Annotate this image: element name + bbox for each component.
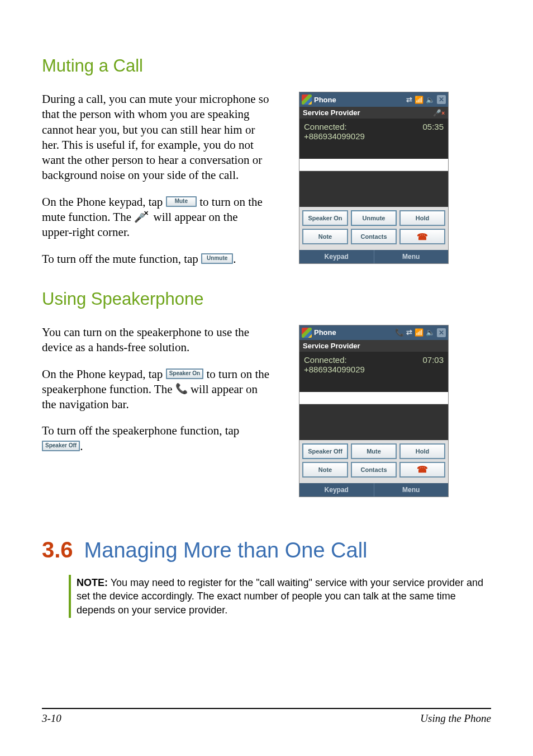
- text: .: [233, 252, 236, 266]
- inline-speaker-on-button: Speaker On: [166, 368, 204, 379]
- close-icon[interactable]: ✕: [437, 328, 446, 337]
- mute-icon: 🎤✕: [134, 211, 150, 224]
- inline-speaker-off-button: Speaker Off: [42, 441, 80, 451]
- inline-unmute-button: Unmute: [201, 253, 233, 264]
- contacts-button[interactable]: Contacts: [351, 462, 397, 478]
- start-icon[interactable]: [302, 94, 312, 105]
- close-icon[interactable]: ✕: [437, 95, 446, 104]
- provider-bar: Service Provider 🎤×: [299, 107, 448, 119]
- text: To turn off the mute function, tap: [42, 252, 201, 266]
- provider-label: Service Provider: [303, 108, 360, 117]
- keypad-softkey[interactable]: Keypad: [299, 483, 374, 497]
- speaker-paragraph-3: To turn off the speakerphone function, t…: [42, 423, 271, 454]
- signal-icon: 📶: [415, 328, 423, 337]
- end-call-button[interactable]: ☎: [399, 229, 445, 244]
- mute-badge-icon: 🎤×: [433, 109, 445, 117]
- start-icon[interactable]: [302, 328, 312, 338]
- spacer: [299, 404, 448, 440]
- note-button[interactable]: Note: [302, 462, 348, 478]
- call-info: Connected: +886934099029 05:35: [299, 119, 448, 159]
- muting-paragraph-1: During a call, you can mute your microph…: [42, 92, 271, 183]
- text: On the Phone keypad, tap: [42, 195, 166, 209]
- call-info: Connected: +886934099029 07:03: [299, 352, 448, 392]
- unmute-button[interactable]: Unmute: [351, 210, 397, 226]
- app-title: Phone: [314, 96, 336, 104]
- phone-mock-speaker: Phone 📞 ⇄ 📶 🔈 ✕ Service Provider Connect…: [299, 325, 449, 497]
- bottombar: Keypad Menu: [299, 483, 448, 497]
- hold-button[interactable]: Hold: [399, 443, 445, 459]
- signal-icon: 📶: [415, 96, 423, 104]
- connectivity-icon: ⇄: [406, 328, 412, 337]
- text: To turn off the speakerphone function, t…: [42, 424, 239, 437]
- end-call-button[interactable]: ☎: [399, 462, 445, 478]
- bottombar: Keypad Menu: [299, 250, 448, 263]
- provider-bar: Service Provider: [299, 340, 448, 352]
- chapter-heading: 3.6Managing More than One Call: [42, 537, 491, 563]
- page-number: 3-10: [42, 712, 61, 725]
- end-call-icon: ☎: [417, 464, 428, 475]
- mute-button[interactable]: Mute: [351, 443, 397, 459]
- inline-mute-button: Mute: [166, 196, 197, 207]
- call-duration: 07:03: [422, 355, 444, 365]
- speakerphone-status-icon: 📞: [395, 328, 404, 337]
- note-label: NOTE:: [77, 577, 108, 588]
- provider-label: Service Provider: [303, 342, 360, 350]
- speaker-paragraph-1: You can turn on the speakerphone to use …: [42, 325, 271, 356]
- phone-mock-mute: Phone ⇄ 📶 🔈 ✕ Service Provider 🎤× Connec…: [299, 92, 449, 264]
- connected-number: +886934099029: [304, 365, 444, 374]
- volume-icon: 🔈: [426, 328, 435, 337]
- titlebar: Phone 📞 ⇄ 📶 🔈 ✕: [299, 325, 448, 340]
- footer-title: Using the Phone: [420, 712, 491, 725]
- heading-speakerphone: Using Speakerphone: [42, 289, 491, 309]
- muting-paragraph-3: To turn off the mute function, tap Unmut…: [42, 252, 271, 267]
- text: .: [80, 440, 83, 453]
- spacer: [299, 171, 448, 207]
- speaker-off-button[interactable]: Speaker Off: [302, 443, 348, 459]
- divider: [299, 159, 448, 171]
- chapter-title: Managing More than One Call: [84, 538, 368, 562]
- app-title: Phone: [314, 328, 336, 337]
- chapter-number: 3.6: [42, 537, 73, 562]
- titlebar: Phone ⇄ 📶 🔈 ✕: [299, 92, 448, 107]
- note-block: NOTE: You may need to register for the "…: [69, 575, 491, 618]
- note-text: You may need to register for the "call w…: [77, 577, 483, 616]
- heading-muting: Muting a Call: [42, 56, 491, 76]
- speaker-on-button[interactable]: Speaker On: [302, 210, 348, 226]
- menu-softkey[interactable]: Menu: [374, 483, 449, 497]
- text: On the Phone keypad, tap: [42, 367, 166, 381]
- volume-icon: 🔈: [426, 96, 435, 104]
- end-call-icon: ☎: [417, 231, 428, 242]
- divider: [299, 392, 448, 404]
- contacts-button[interactable]: Contacts: [351, 229, 397, 244]
- speakerphone-icon: 📞: [175, 382, 188, 395]
- page-footer: 3-10 Using the Phone: [42, 708, 491, 725]
- connected-number: +886934099029: [304, 131, 444, 141]
- call-duration: 05:35: [422, 122, 444, 131]
- menu-softkey[interactable]: Menu: [374, 250, 449, 263]
- keypad-softkey[interactable]: Keypad: [299, 250, 374, 263]
- muting-paragraph-2: On the Phone keypad, tap Mute to turn on…: [42, 195, 271, 240]
- speaker-paragraph-2: On the Phone keypad, tap Speaker On to t…: [42, 367, 271, 413]
- hold-button[interactable]: Hold: [399, 210, 445, 226]
- note-button[interactable]: Note: [302, 229, 348, 244]
- connectivity-icon: ⇄: [406, 96, 412, 104]
